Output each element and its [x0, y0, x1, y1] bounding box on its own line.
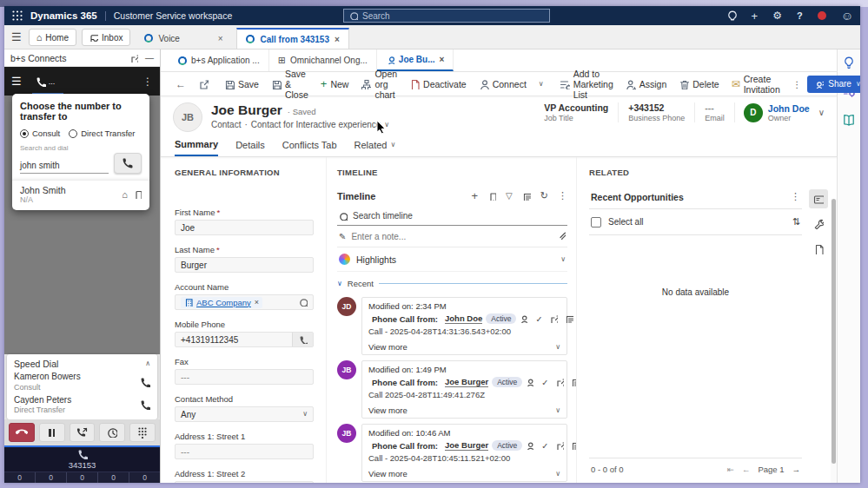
more-icon[interactable]: ⋮ [558, 190, 567, 201]
collapse-icon[interactable]: ∧ [145, 360, 150, 367]
remove-icon[interactable]: × [255, 298, 259, 307]
global-search-input[interactable]: Search [343, 9, 550, 23]
timeline-search-input[interactable]: Search timeline [337, 207, 567, 226]
address-street1-input[interactable]: --- [175, 444, 314, 459]
delete-button[interactable]: Delete [673, 72, 725, 96]
direct-transfer-radio[interactable]: Direct Transfer [69, 129, 135, 138]
activity-person-link[interactable]: John Doe [445, 313, 482, 324]
call-history-button[interactable] [99, 423, 125, 442]
header-expand-icon[interactable]: ∨ [818, 109, 825, 117]
view-more-button[interactable]: View more ∨ [368, 340, 560, 352]
share-button[interactable]: Share ∨ [807, 76, 860, 93]
brand-title[interactable]: Dynamics 365 [30, 10, 97, 21]
filter-icon[interactable]: ▽ [506, 191, 513, 201]
paperclip-icon[interactable] [557, 231, 566, 241]
lightbulb-icon[interactable] [726, 10, 737, 21]
active-call-tab[interactable]: ... [36, 76, 56, 87]
note-input[interactable]: ✎ Enter a note... [337, 226, 567, 247]
activity-person-link[interactable]: Joe Burger [445, 377, 488, 387]
site-map-icon[interactable]: ☰ [11, 30, 22, 43]
more-icon[interactable]: ⋮ [791, 191, 800, 202]
job-title-field[interactable]: VP Accounting Job Title [534, 102, 619, 122]
first-page-icon[interactable]: ⇤ [727, 465, 734, 474]
knowledge-book-icon[interactable] [843, 114, 855, 128]
app-tab-bs-application[interactable]: b+s Application ... [169, 49, 269, 71]
call-icon[interactable] [140, 399, 150, 410]
open-org-chart-button[interactable]: Open org chart [354, 72, 403, 96]
connect-button[interactable]: Connect [473, 72, 533, 96]
entry-card[interactable]: Modified on: 2:34 PM Phone Call from: Jo… [361, 297, 567, 355]
tab-details[interactable]: Details [235, 139, 265, 156]
create-invitation-button[interactable]: ✉Create Invitation [726, 72, 786, 96]
add-to-marketing-list-button[interactable]: Add to Marketing List [553, 72, 620, 96]
recent-group-header[interactable]: ∨ Recent [337, 279, 567, 288]
back-button[interactable]: ← [169, 72, 192, 96]
deactivate-button[interactable]: Deactivate [403, 72, 473, 96]
bookmark-icon[interactable] [487, 192, 496, 201]
tab-conflicts[interactable]: Conflicts Tab [282, 139, 337, 156]
assign-icon[interactable] [520, 314, 528, 323]
popout-icon[interactable] [129, 54, 138, 63]
close-activity-icon[interactable]: ✓ [535, 314, 542, 324]
account-link[interactable]: ABC Company [196, 298, 251, 307]
speed-dial-entry[interactable]: Kameron Bowers Consult [14, 372, 150, 392]
save-button[interactable]: Save [218, 72, 265, 96]
entry-card[interactable]: Modified on: 10:46 AM Phone Call from: J… [361, 424, 567, 482]
connects-menu-icon[interactable]: ☰ [11, 75, 22, 88]
inbox-session-button[interactable]: Inbox [82, 29, 130, 46]
contact-method-select[interactable]: Any ∨ [175, 406, 314, 422]
close-icon[interactable]: × [440, 55, 445, 64]
owner-name-link[interactable]: John Doe [768, 103, 810, 114]
settings-gear-icon[interactable]: ⚙ [772, 10, 782, 22]
activity-person-link[interactable]: Joe Burger [445, 440, 488, 451]
select-all-checkbox[interactable] [591, 217, 601, 228]
email-field[interactable]: --- Email [695, 102, 735, 122]
session-tab-voice[interactable]: Voice × [136, 28, 231, 49]
dial-search-input[interactable]: john smith [20, 158, 109, 174]
consult-radio[interactable]: Consult [20, 129, 60, 138]
view-more-button[interactable]: View more ∨ [368, 466, 560, 478]
refresh-icon[interactable]: ↻ [540, 190, 548, 201]
tab-summary[interactable]: Summary [175, 139, 218, 156]
expand-records-icon[interactable] [522, 192, 531, 201]
save-close-button[interactable]: Save & Close [265, 72, 315, 96]
account-chip[interactable]: ABC Company × [181, 297, 262, 308]
account-name-lookup[interactable]: ABC Company × [175, 294, 314, 310]
form-switcher-button[interactable] [192, 72, 215, 96]
home-phone-icon[interactable]: ⌂ [122, 189, 128, 200]
user-avatar[interactable]: ☺ [841, 9, 853, 23]
open-record-icon[interactable] [555, 378, 564, 386]
close-icon[interactable]: × [218, 34, 223, 43]
document-button[interactable] [809, 240, 828, 259]
owner-field[interactable]: D John Doe Owner [735, 103, 818, 122]
connects-more-icon[interactable]: ⋮ [142, 76, 153, 88]
view-more-button[interactable]: View more ∨ [368, 403, 560, 415]
mobile-phone-icon[interactable] [133, 190, 142, 199]
dial-button[interactable] [114, 153, 142, 174]
last-name-input[interactable]: Burger [175, 257, 314, 273]
close-icon[interactable]: × [335, 35, 340, 44]
click-to-call-button[interactable] [292, 333, 313, 346]
tools-button[interactable] [809, 214, 828, 234]
speed-dial-entry[interactable]: Cayden Peters Direct Transfer [14, 395, 150, 415]
quick-create-icon[interactable]: + [752, 10, 759, 23]
transfer-call-button[interactable] [70, 423, 96, 442]
mobile-phone-input[interactable]: +41319112345 [175, 332, 314, 347]
tab-related[interactable]: Related ∨ [354, 139, 396, 156]
scrollbar-thumb[interactable] [832, 199, 836, 464]
end-call-button[interactable] [9, 423, 35, 442]
close-activity-icon[interactable]: ✓ [541, 441, 548, 451]
form-selector[interactable]: Contact for Interactive experience [251, 120, 381, 129]
assign-icon[interactable] [526, 441, 534, 450]
card-view-button[interactable] [809, 189, 828, 208]
waffle-menu-icon[interactable] [11, 10, 23, 22]
open-record-icon[interactable] [549, 314, 558, 323]
more-commands-button[interactable]: ⋮ [786, 72, 808, 96]
highlights-row[interactable]: Highlights ∨ [337, 247, 567, 272]
connect-flyout-button[interactable]: ∨ [533, 72, 550, 96]
address-street2-input[interactable]: --- [175, 481, 314, 483]
fax-input[interactable]: --- [175, 369, 314, 385]
session-tab-call[interactable]: Call from 343153 × [236, 28, 348, 49]
search-icon[interactable] [299, 298, 308, 307]
search-result-item[interactable]: John Smith N/A ⌂ [12, 180, 149, 210]
